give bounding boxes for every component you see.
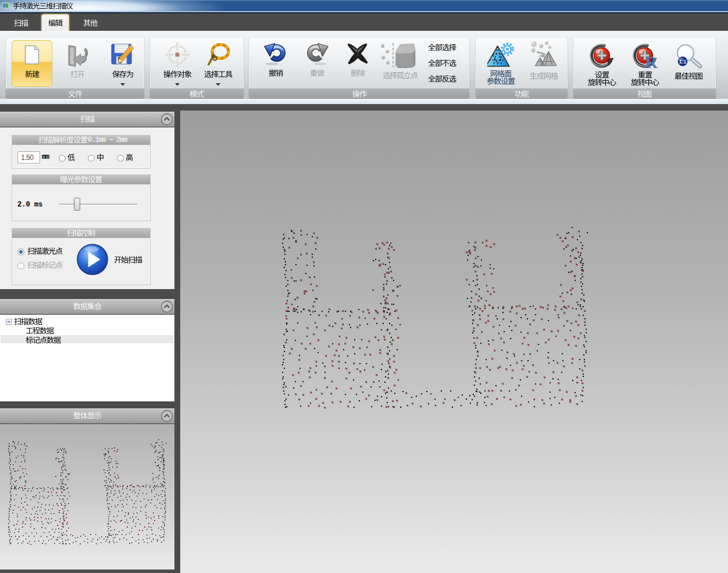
svg-text:1:1: 1:1: [679, 59, 687, 65]
svg-text:R: R: [645, 52, 658, 71]
